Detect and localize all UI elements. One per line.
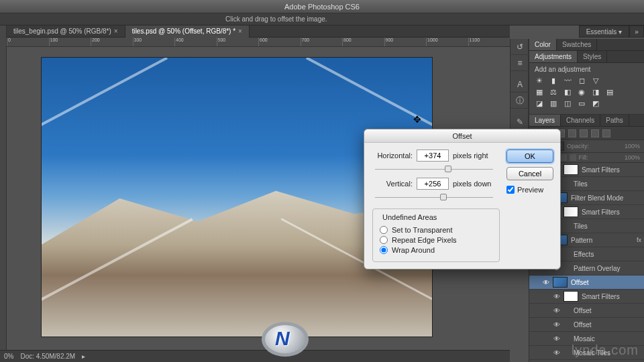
layer-thumb: [553, 277, 568, 288]
fill-value[interactable]: 100%: [625, 154, 640, 161]
vertical-slider[interactable]: [375, 194, 493, 202]
doc-tab-2[interactable]: tiles.psd @ 50% (Offset, RGB/8*) *×: [125, 25, 250, 38]
properties-icon[interactable]: ≡: [511, 55, 529, 71]
undefined-areas-label: Undefined Areas: [380, 213, 439, 221]
filter-smart-icon[interactable]: [602, 129, 610, 137]
ok-button[interactable]: OK: [506, 149, 553, 163]
horizontal-label: Horizontal:: [372, 152, 413, 160]
zoom-value[interactable]: 0%: [4, 353, 13, 360]
horizontal-slider[interactable]: [375, 166, 493, 174]
radio-repeat[interactable]: Repeat Edge Pixels: [380, 236, 492, 244]
fx-badge[interactable]: fx: [637, 237, 641, 243]
layer-thumb: [564, 206, 578, 217]
visibility-icon[interactable]: 👁: [553, 321, 560, 328]
brush-icon[interactable]: ✎: [511, 114, 529, 130]
vibrance-icon[interactable]: ▽: [591, 76, 600, 85]
layer-name: Tiles: [574, 180, 588, 188]
tab-adjustments[interactable]: Adjustments: [529, 51, 578, 62]
lock-all-icon[interactable]: [570, 154, 576, 161]
layer-name: Effects: [574, 251, 594, 258]
invert-icon[interactable]: ◪: [535, 99, 544, 108]
layer-name: Pattern: [571, 237, 592, 244]
visibility-icon[interactable]: 👁: [553, 349, 560, 357]
layer-row[interactable]: 👁Offset: [529, 304, 644, 318]
selective-icon[interactable]: ◩: [591, 99, 600, 108]
layer-name: Smart Filters: [582, 293, 620, 300]
layer-thumb: [564, 291, 578, 302]
layer-name: Filter Blend Mode: [571, 194, 623, 202]
layer-thumb: [564, 221, 570, 231]
layer-thumb: [564, 164, 578, 175]
close-icon[interactable]: ×: [114, 25, 118, 38]
layer-thumb: [564, 178, 570, 189]
logo-watermark: N: [255, 322, 315, 357]
preview-checkbox[interactable]: Preview: [506, 186, 553, 194]
photo-filter-icon[interactable]: ◉: [577, 87, 586, 97]
filter-type-icon[interactable]: [580, 129, 588, 137]
tab-color[interactable]: Color: [529, 39, 557, 50]
layer-name: Offset: [571, 279, 589, 286]
history-icon[interactable]: ↺: [511, 39, 529, 55]
posterize-icon[interactable]: ▥: [549, 99, 558, 108]
horizontal-input[interactable]: [417, 149, 449, 162]
filter-adjust-icon[interactable]: [568, 129, 576, 137]
offset-dialog: Offset Horizontal: pixels right Vertical…: [364, 129, 561, 269]
info-icon[interactable]: ⓘ: [511, 93, 529, 109]
threshold-icon[interactable]: ◫: [563, 99, 572, 108]
undefined-areas-group: Undefined Areas Set to Transparent Repea…: [372, 208, 500, 262]
visibility-icon[interactable]: 👁: [543, 279, 549, 286]
balance-icon[interactable]: ⚖: [549, 87, 558, 97]
layer-thumb: [564, 249, 570, 259]
opacity-label: Opacity:: [567, 143, 589, 149]
gradient-map-icon[interactable]: ▭: [577, 99, 586, 108]
dialog-title[interactable]: Offset: [364, 129, 560, 143]
tab-channels[interactable]: Channels: [561, 115, 600, 126]
color-panel-tabs: Color Swatches: [529, 39, 644, 51]
layers-panel-tabs: Layers Channels Paths: [529, 115, 644, 127]
visibility-icon[interactable]: 👁: [553, 307, 560, 314]
left-toolstrip[interactable]: [0, 25, 7, 362]
tab-paths[interactable]: Paths: [600, 115, 629, 126]
layer-name: Smart Filters: [582, 208, 620, 216]
adjustments-panel-tabs: Adjustments Styles: [529, 51, 644, 63]
vertical-input[interactable]: [417, 178, 449, 190]
search-icon[interactable]: »: [629, 25, 644, 38]
tab-layers[interactable]: Layers: [529, 115, 561, 126]
curves-icon[interactable]: 〰: [563, 76, 572, 85]
doc-tab-1[interactable]: tiles_begin.psd @ 50% (RGB/8*)×: [7, 25, 125, 38]
opacity-value[interactable]: 100%: [625, 143, 640, 149]
layer-row[interactable]: 👁Smart Filters: [529, 290, 644, 304]
radio-transparent[interactable]: Set to Transparent: [380, 226, 492, 234]
brightness-icon[interactable]: ☀: [535, 76, 544, 85]
bw-icon[interactable]: ◧: [563, 87, 572, 97]
vertical-label: Vertical:: [372, 180, 413, 188]
hue-icon[interactable]: ▦: [535, 87, 544, 97]
adjustments-panel: Add an adjustment ☀ ▮ 〰 ◻ ▽ ▦ ⚖ ◧ ◉ ◨ ▤ …: [529, 63, 644, 115]
cancel-button[interactable]: Cancel: [506, 167, 553, 180]
lookup-icon[interactable]: ▤: [605, 87, 614, 97]
visibility-icon[interactable]: 👁: [553, 335, 560, 343]
radio-wrap[interactable]: Wrap Around: [380, 246, 492, 254]
layer-row[interactable]: 👁Offset: [529, 318, 644, 332]
tab-styles[interactable]: Styles: [578, 51, 607, 62]
watermark-text: lynda.com: [572, 343, 639, 358]
horizontal-suffix: pixels right: [453, 152, 488, 160]
hint-bar: Click and drag to offset the image.: [0, 13, 644, 25]
layer-name: Offset: [574, 307, 592, 314]
visibility-icon[interactable]: 👁: [553, 293, 560, 300]
chevron-right-icon[interactable]: ▸: [82, 353, 85, 360]
ruler-horizontal[interactable]: 010020030040050060070080090010001100: [7, 38, 510, 47]
close-icon[interactable]: ×: [238, 25, 242, 38]
tab-swatches[interactable]: Swatches: [557, 39, 597, 50]
mixer-icon[interactable]: ◨: [591, 87, 600, 97]
levels-icon[interactable]: ▮: [549, 76, 558, 85]
workspace-switcher[interactable]: Essentials ▾: [579, 25, 629, 38]
app-titlebar: Adobe Photoshop CS6: [0, 0, 644, 13]
lock-position-icon[interactable]: [560, 154, 567, 161]
layer-row[interactable]: 👁Offset: [529, 276, 644, 290]
character-icon[interactable]: A: [511, 76, 529, 93]
exposure-icon[interactable]: ◻: [577, 76, 586, 85]
layer-name: Offset: [574, 321, 592, 328]
doc-tab-2-label: tiles.psd @ 50% (Offset, RGB/8*) *: [132, 25, 235, 38]
filter-shape-icon[interactable]: [591, 129, 599, 137]
